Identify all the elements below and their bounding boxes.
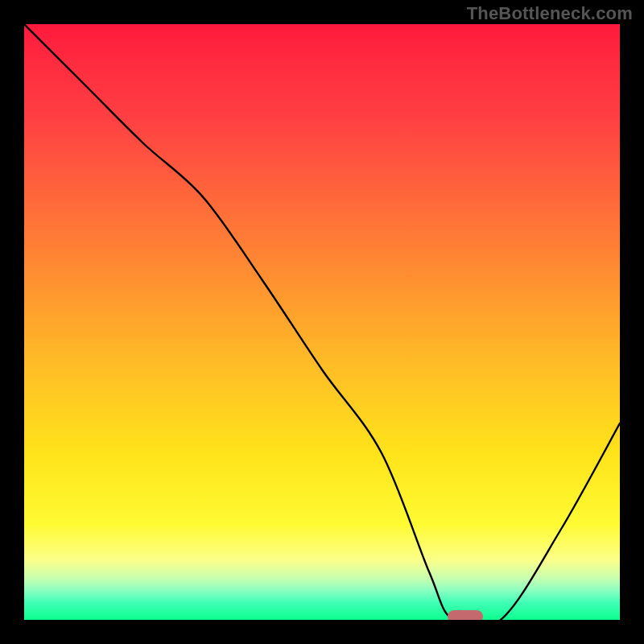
watermark-text: TheBottleneck.com — [467, 3, 633, 24]
gradient-background — [24, 24, 620, 620]
optimal-marker — [448, 610, 483, 620]
plot-area — [24, 24, 620, 620]
chart-frame: TheBottleneck.com — [0, 0, 644, 644]
